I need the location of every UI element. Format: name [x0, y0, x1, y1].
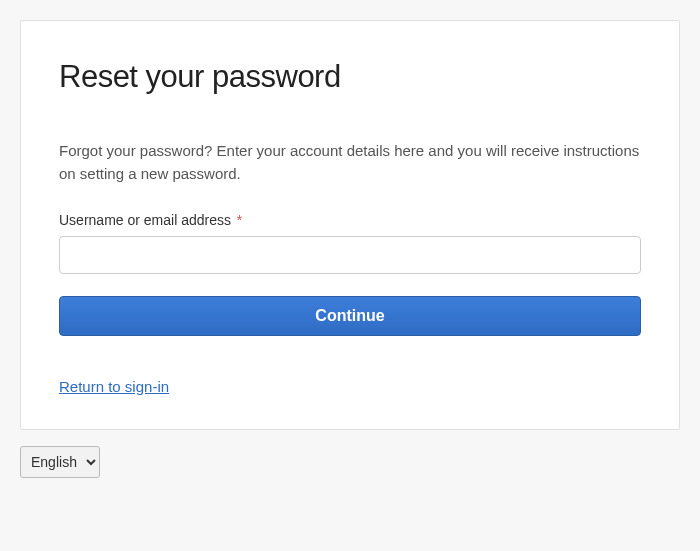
username-input[interactable]: [59, 236, 641, 274]
continue-button[interactable]: Continue: [59, 296, 641, 336]
reset-password-card: Reset your password Forgot your password…: [20, 20, 680, 430]
return-signin-link[interactable]: Return to sign-in: [59, 378, 169, 395]
username-label: Username or email address *: [59, 212, 641, 228]
instruction-text: Forgot your password? Enter your account…: [59, 139, 641, 186]
language-select[interactable]: English: [20, 446, 100, 478]
username-label-text: Username or email address: [59, 212, 231, 228]
required-asterisk: *: [237, 212, 242, 228]
page-title: Reset your password: [59, 59, 641, 95]
